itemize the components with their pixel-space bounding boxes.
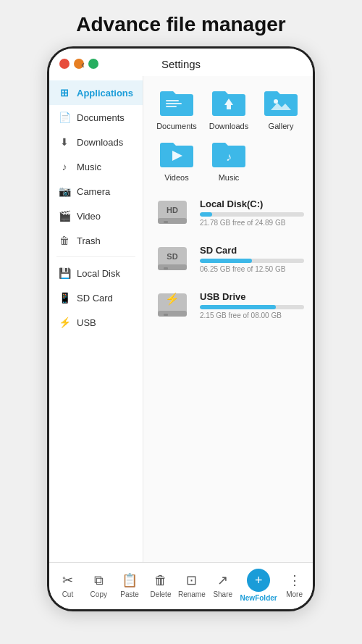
toolbar-btn-more[interactable]: ⋮ More <box>281 572 308 598</box>
svg-rect-17 <box>158 311 187 317</box>
folder-item-downloads[interactable]: Downloads <box>206 86 252 130</box>
rename-label: Rename <box>178 590 206 598</box>
sidebar-item-label-usb: USB <box>77 317 96 328</box>
toolbar-btn-paste[interactable]: 📋 Paste <box>116 572 143 598</box>
local-disk-icon: 💾 <box>58 267 71 279</box>
toolbar-btn-rename[interactable]: ⊡ Rename <box>178 572 206 598</box>
usb-icon: ⚡ <box>58 317 71 328</box>
toolbar-btn-share[interactable]: ↗ Share <box>209 572 237 598</box>
folder-icon-documents <box>157 86 196 118</box>
page-title: Advance file manager <box>76 13 285 36</box>
main-area: ⊞ Applications 📄 Documents ⬇ Downloads ♪… <box>49 76 313 562</box>
top-bar: ‹ Settings <box>49 49 313 76</box>
new-folder-plus-icon: + <box>247 569 270 592</box>
folder-item-documents[interactable]: Documents <box>153 86 200 130</box>
folder-label-documents: Documents <box>156 122 197 130</box>
sidebar: ⊞ Applications 📄 Documents ⬇ Downloads ♪… <box>49 76 143 562</box>
sidebar-item-usb[interactable]: ⚡ USB <box>49 310 143 335</box>
toolbar-btn-new-folder[interactable]: + NewFolder <box>240 569 277 602</box>
more-label: More <box>286 590 303 598</box>
folder-icon-gallery <box>261 86 300 118</box>
toolbar-btn-delete[interactable]: 🗑 Delete <box>147 573 174 598</box>
disk-section: HD Local Disk(C:) 21.78 GB free of 24.89… <box>153 193 304 324</box>
more-icon: ⋮ <box>288 572 301 588</box>
sidebar-item-label-downloads: Downloads <box>77 137 123 148</box>
paste-icon: 📋 <box>122 572 138 588</box>
share-label: Share <box>213 590 232 598</box>
bottom-toolbar: ✂ Cut ⧉ Copy 📋 Paste 🗑 Delete ⊡ Rename ↗… <box>49 562 313 609</box>
svg-text:SD: SD <box>167 252 177 261</box>
folder-item-music[interactable]: ♪ Music <box>206 138 252 182</box>
folder-item-gallery[interactable]: Gallery <box>258 86 304 130</box>
disk-icon-local: HD <box>153 193 191 231</box>
maximize-button[interactable] <box>88 59 98 69</box>
sidebar-item-label-camera: Camera <box>77 186 110 197</box>
folder-icon-downloads <box>209 86 248 118</box>
sidebar-item-label-applications: Applications <box>77 88 133 99</box>
disk-bar-fill-usb <box>200 305 276 309</box>
svg-rect-13 <box>158 264 187 270</box>
paste-label: Paste <box>120 590 139 598</box>
content-area: Documents Downloads <box>143 76 313 562</box>
disk-bar-bg-sd <box>200 259 304 263</box>
disk-bar-bg-local <box>200 212 304 217</box>
disk-name-sd: SD Card <box>200 245 304 256</box>
folder-label-music: Music <box>219 173 240 182</box>
disk-item-sd[interactable]: SD SD Card 06.25 GB free of 12.50 GB <box>153 240 304 277</box>
sidebar-item-label-music: Music <box>77 162 101 172</box>
sidebar-item-label-local-disk: Local Disk <box>77 268 120 279</box>
disk-info-sd: SD Card 06.25 GB free of 12.50 GB <box>200 245 304 273</box>
disk-free-sd: 06.25 GB free of 12.50 GB <box>200 265 304 273</box>
disk-item-local[interactable]: HD Local Disk(C:) 21.78 GB free of 24.89… <box>153 193 304 231</box>
sidebar-item-label-trash: Trash <box>77 235 101 246</box>
copy-label: Copy <box>90 590 107 598</box>
svg-rect-2 <box>166 106 177 107</box>
disk-icon-usb: ⚡ <box>153 286 191 324</box>
sidebar-item-local-disk[interactable]: 💾 Local Disk <box>49 261 143 285</box>
sidebar-item-label-documents: Documents <box>77 112 125 123</box>
trash-icon: 🗑 <box>58 235 71 246</box>
top-bar-title: Settings <box>161 58 201 70</box>
svg-rect-9 <box>158 218 187 224</box>
toolbar-btn-copy[interactable]: ⧉ Copy <box>85 573 112 598</box>
disk-icon-sd: SD <box>153 240 191 277</box>
svg-text:♪: ♪ <box>226 151 232 163</box>
folder-grid: Documents Downloads <box>153 86 304 182</box>
applications-icon: ⊞ <box>58 87 71 99</box>
video-icon: 🎬 <box>58 210 71 222</box>
disk-bar-fill-local <box>200 212 212 217</box>
phone-shell: ‹ Settings ⊞ Applications 📄 Documents ⬇ … <box>47 46 315 611</box>
svg-rect-1 <box>166 103 182 104</box>
folder-icon-music: ♪ <box>209 138 248 170</box>
sidebar-item-video[interactable]: 🎬 Video <box>49 204 143 228</box>
folder-label-videos: Videos <box>164 173 188 182</box>
close-button[interactable] <box>59 59 70 69</box>
sidebar-item-camera[interactable]: 📷 Camera <box>49 179 143 204</box>
sidebar-item-label-video: Video <box>77 211 101 222</box>
cut-label: Cut <box>62 590 74 598</box>
disk-free-local: 21.78 GB free of 24.89 GB <box>200 219 304 227</box>
rename-icon: ⊡ <box>186 572 197 588</box>
share-icon: ↗ <box>217 572 228 588</box>
toolbar-btn-cut[interactable]: ✂ Cut <box>54 572 81 598</box>
sidebar-item-applications[interactable]: ⊞ Applications <box>49 80 143 105</box>
sidebar-item-downloads[interactable]: ⬇ Downloads <box>49 130 143 154</box>
disk-name-local: Local Disk(C:) <box>200 198 304 209</box>
svg-rect-10 <box>164 221 168 223</box>
sidebar-item-documents[interactable]: 📄 Documents <box>49 105 143 130</box>
sidebar-item-trash[interactable]: 🗑 Trash <box>49 228 143 253</box>
folder-item-videos[interactable]: Videos <box>153 138 200 182</box>
music-icon: ♪ <box>58 161 71 172</box>
folder-icon-videos <box>157 138 196 170</box>
disk-item-usb[interactable]: ⚡ USB Drive 2.15 GB free of 08.00 GB <box>153 286 304 324</box>
sidebar-item-sd-card[interactable]: 📱 SD Card <box>49 285 143 310</box>
sd-card-icon: 📱 <box>58 292 71 304</box>
back-arrow-icon[interactable]: ‹ <box>81 58 85 70</box>
delete-label: Delete <box>151 590 172 598</box>
svg-rect-14 <box>164 267 168 269</box>
copy-icon: ⧉ <box>94 573 104 588</box>
sidebar-item-music[interactable]: ♪ Music <box>49 154 143 179</box>
disk-free-usb: 2.15 GB free of 08.00 GB <box>200 311 304 319</box>
disk-name-usb: USB Drive <box>200 291 304 302</box>
new-folder-label: NewFolder <box>240 594 277 602</box>
